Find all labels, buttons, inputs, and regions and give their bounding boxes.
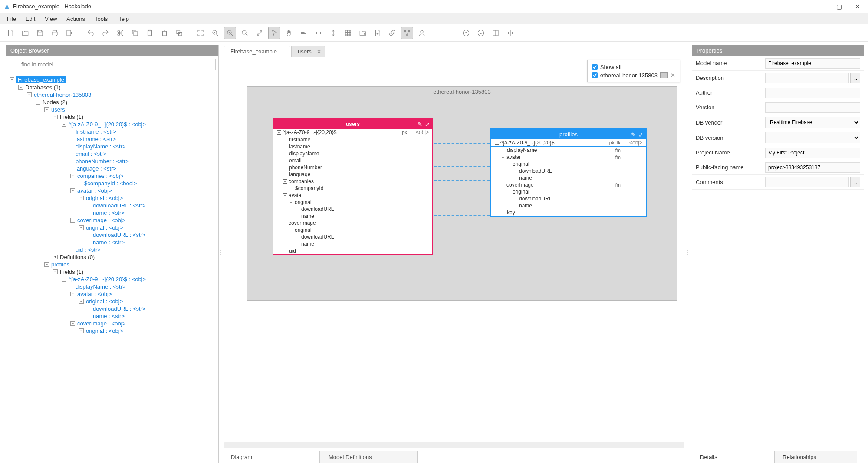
tree-toggle[interactable]: − — [36, 100, 40, 105]
tab-users[interactable]: users✕ — [291, 46, 325, 57]
row-toggle[interactable]: − — [283, 193, 287, 197]
entity-field-row[interactable]: uid — [273, 247, 432, 254]
user-icon[interactable] — [416, 27, 428, 39]
tab-diagram[interactable]: Diagram — [222, 451, 320, 463]
diagram-canvas[interactable]: Show all ethereal-honor-135803✕ ethereal… — [222, 57, 686, 442]
paste-icon[interactable] — [144, 27, 156, 39]
open-folder-icon[interactable] — [19, 27, 31, 39]
entity-field-row[interactable]: downloadURL — [491, 167, 646, 174]
description-input[interactable] — [765, 73, 849, 83]
menu-actions[interactable]: Actions — [62, 14, 89, 24]
row-toggle[interactable]: − — [495, 141, 499, 145]
entity-field-row[interactable]: firstname — [273, 136, 432, 143]
tab-details[interactable]: Details — [692, 451, 775, 463]
entity-field-row[interactable]: name — [491, 174, 646, 181]
tree-definitions[interactable]: Definitions (0) — [60, 254, 95, 260]
db-version-select[interactable] — [765, 132, 860, 143]
menu-help[interactable]: Help — [113, 14, 133, 24]
tree-databases[interactable]: Databases (1) — [25, 84, 61, 91]
tree-field[interactable]: ^[a-zA-Z0-9_.-]{20,20}$ : <obj> — [69, 276, 146, 282]
tree-toggle[interactable]: − — [70, 188, 75, 193]
save-icon[interactable] — [34, 27, 46, 39]
entity-field-row[interactable]: email — [273, 157, 432, 164]
layer-checkbox[interactable] — [592, 72, 598, 78]
tree-field[interactable]: original : <obj> — [86, 298, 123, 305]
tree-toggle[interactable]: − — [79, 196, 84, 200]
comments-input[interactable] — [765, 177, 849, 187]
up-icon[interactable] — [460, 27, 472, 39]
expand-icon[interactable] — [253, 27, 266, 39]
entity-field-row[interactable]: displayNamefm — [491, 147, 646, 154]
version-input[interactable] — [765, 102, 860, 113]
author-input[interactable] — [765, 88, 860, 98]
tree-toggle[interactable]: − — [79, 299, 84, 304]
add-document-icon[interactable] — [372, 27, 384, 39]
entity-profiles[interactable]: profiles ✎ ⤢ −^[a-zA-Z0-9_.-]{20,20}$pk,… — [490, 128, 647, 217]
color-swatch[interactable] — [660, 72, 668, 78]
menu-view[interactable]: View — [40, 14, 61, 24]
tree-field[interactable]: displayName : <str> — [76, 143, 126, 150]
expand-icon[interactable]: ⤢ — [425, 121, 430, 127]
relationship-icon[interactable] — [386, 27, 398, 39]
entity-header[interactable]: profiles ✎ ⤢ — [491, 129, 646, 139]
edit-icon[interactable]: ✎ — [631, 131, 636, 138]
tree-toggle[interactable]: + — [53, 255, 58, 259]
menu-tools[interactable]: Tools — [90, 14, 112, 24]
splitter-right[interactable]: ⋮ — [686, 42, 690, 463]
expand-icon[interactable]: ⤢ — [638, 131, 643, 138]
tree-field[interactable]: language : <str> — [76, 165, 116, 172]
tree-field[interactable]: coverImage : <obj> — [77, 217, 125, 223]
row-toggle[interactable]: − — [277, 130, 281, 135]
tree-users[interactable]: users — [51, 106, 65, 113]
tree-toggle[interactable]: − — [70, 292, 75, 296]
tree-toggle[interactable]: − — [44, 262, 49, 267]
entity-field-row[interactable]: −avatar — [273, 192, 432, 199]
resize-v-icon[interactable] — [327, 27, 339, 39]
tree-root[interactable]: Firebase_example — [16, 76, 66, 83]
entity-field-row[interactable]: −original — [491, 161, 646, 167]
search-input[interactable] — [9, 59, 216, 70]
split-icon[interactable] — [504, 27, 516, 39]
tree-field[interactable]: original : <obj> — [86, 195, 123, 201]
tree-toggle[interactable]: − — [70, 218, 75, 223]
project-name-input[interactable] — [765, 148, 860, 158]
cut-icon[interactable] — [114, 27, 126, 39]
entity-field-row[interactable]: name — [491, 202, 646, 209]
entity-users[interactable]: users ✎ ⤢ −^[a-zA-Z0-9_.-]{20,20}$pk<obj… — [273, 118, 433, 255]
entity-field-row[interactable]: −coverImage — [273, 220, 432, 227]
close-icon[interactable]: ✕ — [671, 72, 675, 79]
export-icon[interactable] — [63, 27, 76, 39]
panel-icon[interactable] — [490, 27, 502, 39]
diagram-container[interactable]: ethereal-honor-135803 users ✎ ⤢ −^[a-zA-… — [247, 86, 677, 301]
tree-toggle[interactable]: − — [70, 174, 75, 178]
menu-file[interactable]: File — [3, 14, 20, 24]
tree-toggle[interactable]: − — [53, 115, 58, 119]
tree-toggle[interactable]: − — [70, 321, 75, 326]
model-name-input[interactable] — [765, 58, 860, 69]
row-toggle[interactable]: − — [507, 162, 511, 166]
delete-icon[interactable] — [158, 27, 171, 39]
print-icon[interactable] — [49, 27, 61, 39]
close-button[interactable]: ✕ — [855, 3, 860, 10]
pointer-icon[interactable] — [268, 27, 280, 39]
tree-fields[interactable]: Fields (1) — [60, 269, 83, 275]
entity-field-row[interactable]: downloadURL — [273, 206, 432, 213]
entity-field-row[interactable]: −coverImagefm — [491, 181, 646, 188]
tree-toggle[interactable]: − — [44, 107, 49, 112]
entity-field-row[interactable]: lastname — [273, 143, 432, 150]
entity-field-row[interactable]: name — [273, 240, 432, 247]
entity-field-row[interactable]: −original — [273, 199, 432, 206]
zoom-in-icon[interactable] — [209, 27, 221, 39]
align-left-icon[interactable] — [298, 27, 310, 39]
tree-field[interactable]: downloadURL : <str> — [93, 202, 146, 209]
tab-model[interactable]: Firebase_example — [224, 46, 290, 57]
entity-field-row[interactable]: −avatarfm — [491, 154, 646, 161]
row-toggle[interactable]: − — [501, 155, 505, 159]
tree-nodes[interactable]: Nodes (2) — [43, 99, 67, 105]
entity-field-row[interactable]: name — [273, 213, 432, 220]
tree-toggle[interactable]: − — [62, 122, 66, 127]
hand-icon[interactable] — [283, 27, 295, 39]
tree-field[interactable]: ^[a-zA-Z0-9_.-]{20,20}$ : <obj> — [69, 121, 146, 128]
list2-icon[interactable] — [445, 27, 457, 39]
row-toggle[interactable]: − — [283, 179, 287, 184]
